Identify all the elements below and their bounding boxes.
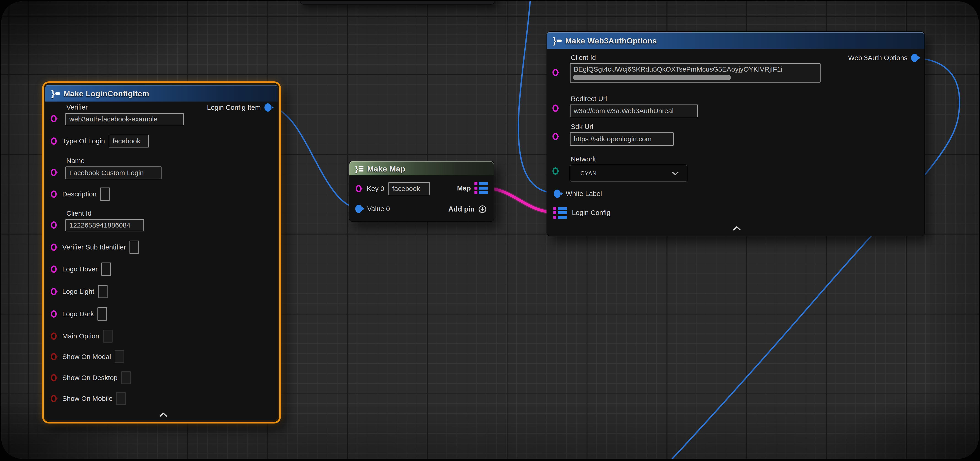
blueprint-editor: } Make LoginConfigItem Login Config Item… xyxy=(0,0,980,461)
pin-row-white-label: White Label xyxy=(547,187,602,200)
pin-label: Verifier Sub Identifier xyxy=(62,243,126,251)
output-row-map: Map xyxy=(457,182,488,194)
pin-row-description: Description xyxy=(45,187,110,201)
pin-row-show-on-mobile: Show On Mobile xyxy=(45,392,126,405)
node-title: Make Map xyxy=(367,164,406,173)
wire-map-to-loginconfig[interactable] xyxy=(485,188,555,212)
main-option-checkbox[interactable] xyxy=(103,330,113,343)
logo-dark-pin[interactable] xyxy=(51,310,57,318)
pin-label: Type Of Login xyxy=(62,137,105,145)
show-on-desktop-pin[interactable] xyxy=(51,374,57,382)
login-config-item-output-pin[interactable] xyxy=(264,103,271,111)
pin-row-logo-light: Logo Light xyxy=(45,285,108,299)
make-struct-icon: } xyxy=(51,89,60,98)
pin-row-sdk-url: Sdk Url https://sdk.openlogin.com xyxy=(570,123,674,146)
wire-loginconfigitem-to-value0[interactable] xyxy=(268,107,360,208)
network-dropdown[interactable]: CYAN xyxy=(570,165,687,182)
verifier-input[interactable]: web3auth-facebook-example xyxy=(65,113,184,125)
type-of-login-input[interactable]: facebook xyxy=(109,135,149,148)
pin-row-verifier: Verifier web3auth-facebook-example xyxy=(65,103,184,125)
node-header-make-map[interactable]: } Make Map xyxy=(349,161,494,175)
output-row-web3auth-options: Web 3Auth Options xyxy=(848,54,918,62)
redirect-url-pin[interactable] xyxy=(552,105,558,112)
logo-dark-input[interactable] xyxy=(97,307,107,321)
output-row-login-config-item: Login Config Item xyxy=(207,103,271,111)
value0-pin[interactable] xyxy=(355,205,362,213)
show-on-modal-pin[interactable] xyxy=(51,353,57,360)
client-id-pin[interactable] xyxy=(51,221,57,229)
type-of-login-pin[interactable] xyxy=(51,137,57,145)
node-make-loginconfigitem[interactable]: } Make LoginConfigItem Login Config Item… xyxy=(42,81,281,423)
blueprint-canvas[interactable]: } Make LoginConfigItem Login Config Item… xyxy=(2,2,978,459)
logo-light-pin[interactable] xyxy=(51,288,57,295)
pin-row-logo-dark: Logo Dark xyxy=(45,307,107,321)
node-make-map[interactable]: } Make Map Key 0 facebook Map xyxy=(349,161,494,222)
node-make-web3authoptions[interactable]: } Make Web3AuthOptions Web 3Auth Options… xyxy=(547,31,925,236)
pin-label: Client Id xyxy=(571,54,821,62)
name-input[interactable]: Facebook Custom Login xyxy=(65,167,162,179)
pin-label: Show On Desktop xyxy=(62,374,118,382)
pin-row-client-id: Client Id BEglQSgt4cUWcj6SKRdu5QkOXTsePm… xyxy=(570,54,821,83)
partial-node-top[interactable] xyxy=(300,2,495,5)
client-id-input[interactable]: 1222658941886084 xyxy=(65,219,144,231)
pin-label: Sdk Url xyxy=(571,123,674,130)
main-option-pin[interactable] xyxy=(51,332,57,340)
logo-light-input[interactable] xyxy=(98,285,108,298)
collapse-node-arrow[interactable] xyxy=(732,226,741,231)
add-pin-row: Add pin xyxy=(449,205,487,214)
white-label-pin[interactable] xyxy=(554,189,561,198)
pin-row-show-on-modal: Show On Modal xyxy=(45,350,124,364)
pin-row-network: Network CYAN xyxy=(570,155,687,182)
node-title: Make Web3AuthOptions xyxy=(565,37,657,45)
add-pin-icon xyxy=(478,205,487,214)
logo-hover-pin[interactable] xyxy=(51,265,57,273)
add-pin-button[interactable]: Add pin xyxy=(449,205,487,214)
redirect-url-input[interactable]: w3a://com.w3a.Web3AuthUnreal xyxy=(570,105,698,117)
node-header-make-web3authoptions[interactable]: } Make Web3AuthOptions xyxy=(547,32,924,49)
make-map-icon: } xyxy=(355,165,363,173)
pin-label: Logo Light xyxy=(62,288,94,296)
collapse-node-arrow[interactable] xyxy=(159,412,168,417)
description-input[interactable] xyxy=(100,188,110,201)
show-on-mobile-pin[interactable] xyxy=(51,395,57,402)
pin-row-type-of-login: Type Of Login facebook xyxy=(45,134,149,148)
key0-input[interactable]: facebook xyxy=(388,182,430,195)
pin-label: Main Option xyxy=(62,332,99,340)
description-pin[interactable] xyxy=(51,191,57,198)
web3auth-options-output-pin[interactable] xyxy=(911,54,918,62)
pin-label: White Label xyxy=(566,190,602,197)
sdk-url-input[interactable]: https://sdk.openlogin.com xyxy=(570,132,674,146)
pin-row-value0: Value 0 xyxy=(349,202,390,216)
show-on-desktop-checkbox[interactable] xyxy=(121,371,131,384)
pin-row-login-config: Login Config xyxy=(547,205,610,220)
verifier-sub-identifier-pin[interactable] xyxy=(51,243,57,251)
show-on-mobile-checkbox[interactable] xyxy=(116,392,126,405)
logo-hover-input[interactable] xyxy=(101,262,111,276)
verifier-sub-identifier-input[interactable] xyxy=(129,240,139,254)
pin-label: Description xyxy=(62,190,97,198)
verifier-pin[interactable] xyxy=(51,115,57,122)
make-struct-icon: } xyxy=(553,37,562,45)
client-id-input[interactable]: BEglQSgt4cUWcj6SKRdu5QkOXTsePmMcusG5EAoy… xyxy=(570,64,821,83)
client-id-scrollbar[interactable] xyxy=(573,75,731,80)
pin-row-client-id: Client Id 1222658941886084 xyxy=(65,210,144,231)
pin-label: Verifier xyxy=(66,103,184,111)
pin-row-name: Name Facebook Custom Login xyxy=(65,157,162,179)
pin-label: Show On Mobile xyxy=(62,395,113,402)
sdk-url-pin[interactable] xyxy=(552,133,558,140)
show-on-modal-checkbox[interactable] xyxy=(115,350,124,363)
pin-row-logo-hover: Logo Hover xyxy=(45,262,111,276)
map-output-pin[interactable] xyxy=(474,182,488,194)
pin-label: Name xyxy=(66,157,162,165)
output-pin-label: Map xyxy=(457,184,471,192)
login-config-pin[interactable] xyxy=(554,207,567,219)
pin-row-key0: Key 0 facebook xyxy=(349,182,430,196)
pin-label: Client Id xyxy=(66,210,144,217)
pin-label: Login Config xyxy=(572,209,610,216)
key0-pin[interactable] xyxy=(356,185,362,192)
name-pin[interactable] xyxy=(51,169,57,176)
node-header-make-loginconfigitem[interactable]: } Make LoginConfigItem xyxy=(45,84,278,102)
client-id-pin[interactable] xyxy=(552,69,558,76)
pin-row-show-on-desktop: Show On Desktop xyxy=(45,371,131,385)
network-pin[interactable] xyxy=(552,167,558,175)
